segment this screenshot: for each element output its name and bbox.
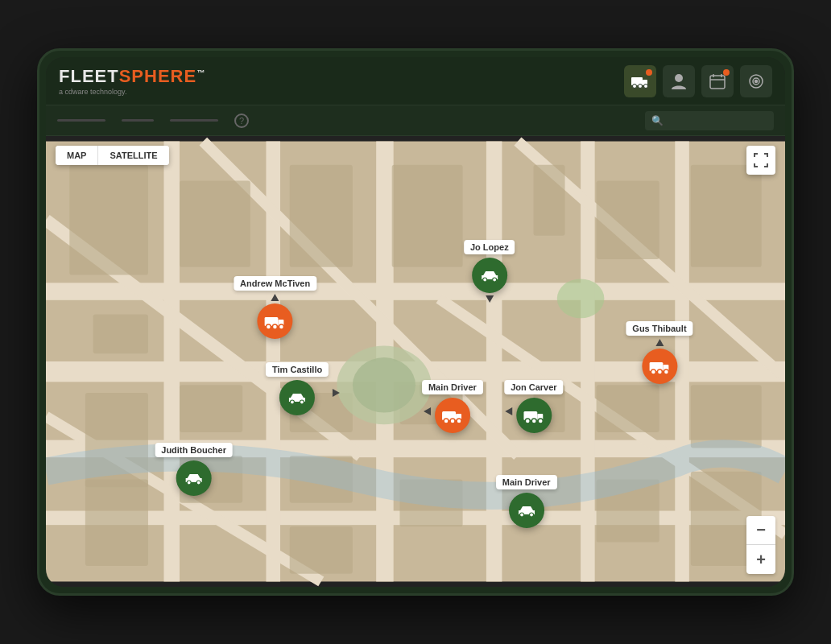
- logo-fleet: FLEET: [59, 66, 119, 86]
- svg-point-72: [457, 419, 461, 423]
- zoom-out-button[interactable]: −: [746, 516, 775, 545]
- svg-rect-47: [290, 526, 353, 574]
- map-type-buttons: MAP SATELLITE: [56, 146, 169, 165]
- svg-point-70: [444, 419, 449, 423]
- truck-badge: [646, 69, 652, 76]
- calendar-badge: [723, 69, 730, 76]
- svg-rect-31: [180, 180, 250, 266]
- svg-point-52: [353, 357, 416, 412]
- nav-item-1[interactable]: [57, 119, 105, 122]
- marker-label-judith-boucher: Judith Boucher: [155, 443, 233, 457]
- svg-rect-44: [597, 385, 659, 432]
- logo-sub: a cdware technology.: [59, 88, 205, 96]
- svg-point-57: [273, 324, 278, 329]
- svg-point-75: [525, 419, 530, 423]
- svg-point-81: [529, 513, 533, 517]
- logo-tm: ™: [196, 68, 205, 77]
- logo-text: FLEETSPHERE™: [59, 66, 205, 87]
- marker-icon-tim-castillo: [279, 380, 315, 415]
- search-icon: 🔍: [651, 115, 664, 126]
- svg-point-5: [675, 74, 683, 82]
- svg-point-3: [639, 84, 643, 88]
- nav-search[interactable]: 🔍: [645, 111, 774, 130]
- svg-point-12: [755, 80, 758, 82]
- svg-point-56: [267, 324, 271, 329]
- logo-sphere: SPHERE: [119, 66, 196, 86]
- calendar-nav-button[interactable]: [701, 65, 734, 97]
- svg-point-79: [196, 481, 201, 485]
- svg-point-62: [492, 278, 496, 282]
- arrow-down-jo: [486, 295, 494, 303]
- target-nav-button[interactable]: [740, 65, 772, 97]
- marker-icon-jo-lopez: [472, 258, 507, 293]
- nav-item-3[interactable]: [170, 119, 218, 122]
- marker-label-gus-thibault: Gus Thibault: [626, 321, 692, 336]
- svg-rect-18: [163, 142, 180, 582]
- marker-tim-castillo[interactable]: Tim Castillo: [266, 362, 329, 415]
- marker-label-jo-lopez: Jo Lopez: [464, 240, 515, 254]
- navbar: ? 🔍: [46, 105, 785, 136]
- marker-label-tim-castillo: Tim Castillo: [266, 362, 329, 377]
- marker-jo-lopez[interactable]: Jo Lopez: [464, 240, 515, 303]
- svg-rect-36: [691, 165, 762, 267]
- arrow-up-gus: [655, 339, 664, 346]
- svg-rect-45: [691, 385, 762, 448]
- svg-rect-33: [392, 165, 463, 267]
- svg-point-53: [557, 279, 605, 318]
- svg-point-65: [651, 369, 655, 374]
- arrow-right-tim: [333, 389, 340, 397]
- svg-point-58: [279, 324, 284, 329]
- svg-rect-38: [180, 385, 242, 432]
- arrow-up-andrew: [271, 294, 279, 301]
- marker-label-main-driver-1: Main Driver: [422, 380, 483, 394]
- svg-point-78: [187, 481, 191, 485]
- marker-icon-judith-boucher: [176, 460, 212, 496]
- marker-andrew-mctiven[interactable]: Andrew McTiven: [234, 276, 316, 339]
- marker-main-driver-2[interactable]: Main Driver: [496, 475, 557, 528]
- svg-rect-30: [93, 314, 148, 353]
- svg-point-66: [657, 369, 662, 374]
- person-nav-button[interactable]: [663, 65, 695, 97]
- svg-point-60: [300, 400, 304, 404]
- map-container[interactable]: MAP SATELLITE Andrew McTiven: [46, 136, 785, 587]
- logo: FLEETSPHERE™ a cdware technology.: [59, 66, 205, 96]
- nav-help-button[interactable]: ?: [234, 114, 249, 128]
- zoom-in-button[interactable]: +: [746, 545, 775, 574]
- device-frame: FLEETSPHERE™ a cdware technology.: [37, 48, 794, 596]
- svg-point-2: [633, 84, 637, 88]
- arrow-left-maindriver1: [424, 407, 431, 415]
- nav-item-2[interactable]: [122, 119, 154, 122]
- marker-icon-main-driver-1: [435, 398, 470, 433]
- svg-rect-35: [597, 180, 659, 259]
- marker-main-driver-1[interactable]: Main Driver: [422, 380, 483, 433]
- app-window: FLEETSPHERE™ a cdware technology.: [46, 57, 785, 587]
- marker-icon-main-driver-2: [509, 493, 544, 528]
- zoom-controls: − +: [746, 516, 775, 574]
- map-type-map-button[interactable]: MAP: [56, 146, 98, 165]
- marker-icon-gus-thibault: [642, 349, 677, 384]
- marker-icon-andrew-mctiven: [258, 303, 293, 339]
- svg-point-61: [482, 278, 486, 282]
- svg-point-59: [291, 400, 295, 404]
- header-icons: [624, 65, 772, 97]
- svg-point-76: [531, 419, 536, 423]
- svg-point-80: [519, 513, 523, 517]
- svg-point-71: [450, 419, 455, 423]
- marker-label-jon-carver: Jon Carver: [504, 380, 563, 394]
- marker-label-andrew-mctiven: Andrew McTiven: [234, 276, 316, 291]
- svg-rect-34: [533, 165, 564, 236]
- fullscreen-button[interactable]: [746, 146, 775, 175]
- marker-label-main-driver-2: Main Driver: [496, 475, 557, 489]
- arrow-left-joncarver: [505, 407, 512, 415]
- svg-rect-32: [290, 165, 353, 267]
- marker-judith-boucher[interactable]: Judith Boucher: [155, 443, 233, 496]
- marker-gus-thibault[interactable]: Gus Thibault: [626, 321, 692, 384]
- svg-rect-6: [710, 76, 725, 89]
- svg-rect-29: [69, 165, 148, 275]
- map-type-satellite-button[interactable]: SATELLITE: [98, 146, 168, 165]
- truck-nav-button[interactable]: [624, 65, 656, 97]
- svg-point-77: [538, 419, 543, 423]
- svg-rect-46: [85, 479, 148, 565]
- svg-point-67: [664, 369, 668, 374]
- marker-jon-carver[interactable]: Jon Carver: [504, 380, 563, 433]
